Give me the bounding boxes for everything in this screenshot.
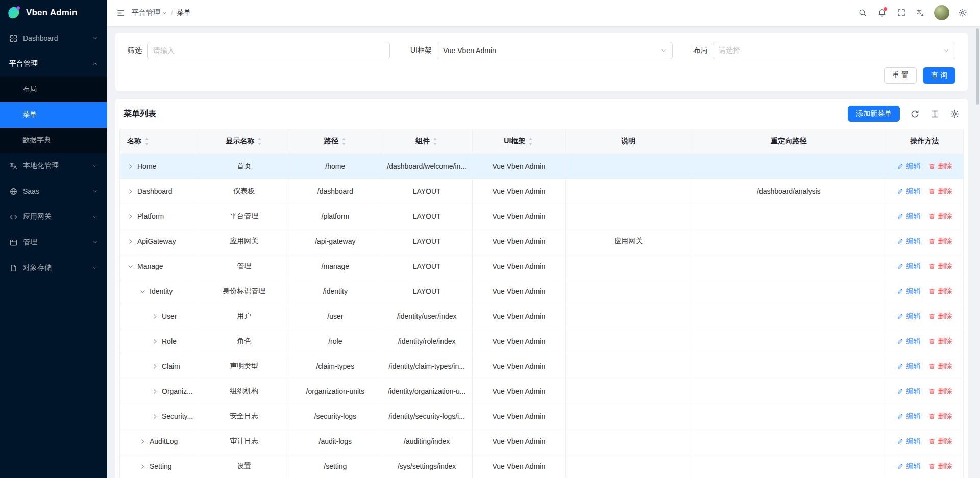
cell-description [565,304,692,329]
row-expander-icon[interactable] [127,238,134,245]
cell-component: LAYOUT [381,204,473,229]
app-logo[interactable]: Vben Admin [0,0,107,26]
delete-button[interactable]: 删除 [928,312,952,321]
notification-bell-icon[interactable] [873,4,891,22]
menu-table: 名称显示名称路径组件UI框架说明重定向路径操作方法 Home首页/home/da… [119,129,964,478]
column-header-ui-framework[interactable]: UI框架 [472,129,565,154]
cell-value: Vue Vben Admin [492,212,545,220]
cell-value: Vue Vben Admin [492,412,545,420]
sort-icon[interactable] [432,137,438,146]
cell-value: /platform [322,212,349,220]
row-expander-icon[interactable] [139,463,146,470]
breadcrumb-parent[interactable]: 平台管理 [132,8,167,17]
delete-button[interactable]: 删除 [928,412,952,421]
sidebar-item-localization[interactable]: 本地化管理 [0,153,107,179]
reset-button[interactable]: 重 置 [884,67,917,84]
cell-value: Vue Vben Admin [492,312,545,320]
add-menu-button[interactable]: 添加新菜单 [848,106,900,122]
sort-icon[interactable] [341,137,347,146]
sidebar-item-manage[interactable]: 管理 [0,230,107,255]
fullscreen-icon[interactable] [892,4,911,22]
filter-panel: 筛选 UI框架 Vue Vben Admin 布局 [115,33,968,91]
delete-button[interactable]: 删除 [928,212,952,221]
column-header-component[interactable]: 组件 [381,129,473,154]
delete-button[interactable]: 删除 [928,462,952,471]
refresh-icon[interactable] [910,109,920,119]
row-height-icon[interactable] [930,109,940,119]
delete-button[interactable]: 删除 [928,437,952,446]
cell-description [565,179,692,204]
edit-button[interactable]: 编辑 [897,312,920,321]
sidebar-collapse-icon[interactable] [112,5,129,21]
sidebar-item-app-gateway[interactable]: 应用网关 [0,204,107,230]
table-toolbar-actions: 添加新菜单 [848,106,960,122]
sidebar-subitem-layout[interactable]: 布局 [0,77,107,102]
edit-button[interactable]: 编辑 [897,362,920,371]
cell-ui-framework: Vue Vben Admin [472,279,565,304]
row-expander-icon[interactable] [127,213,134,220]
ui-framework-select[interactable]: Vue Vben Admin [437,42,673,59]
row-expander-icon[interactable] [139,288,146,295]
table-row: Platform平台管理/platformLAYOUTVue Vben Admi… [120,204,964,229]
sidebar-item-saas[interactable]: Saas [0,179,107,204]
edit-button[interactable]: 编辑 [897,462,920,471]
row-expander-icon[interactable] [139,438,146,445]
query-button[interactable]: 查 询 [923,67,955,84]
delete-button[interactable]: 删除 [928,162,952,171]
edit-button[interactable]: 编辑 [897,212,920,221]
column-header-name[interactable]: 名称 [120,129,199,154]
sidebar-item-object-storage[interactable]: 对象存储 [0,255,107,281]
column-header-path[interactable]: 路径 [289,129,381,154]
delete-button[interactable]: 删除 [928,362,952,371]
search-icon[interactable] [853,4,872,22]
row-expander-icon[interactable] [152,338,158,345]
row-expander-icon[interactable] [152,363,158,370]
edit-button[interactable]: 编辑 [897,412,920,421]
cell-redirect [692,404,886,429]
edit-button[interactable]: 编辑 [897,162,920,171]
row-expander-icon[interactable] [152,413,158,420]
language-icon[interactable]: 文A [912,4,930,22]
delete-button[interactable]: 删除 [928,187,952,196]
sidebar-subitem-menu[interactable]: 菜单 [0,102,107,128]
layout-select[interactable]: 请选择 [713,42,955,59]
delete-button[interactable]: 删除 [928,387,952,396]
column-header-display-name[interactable]: 显示名称 [199,129,289,154]
sidebar-subitem-data-dictionary[interactable]: 数据字典 [0,128,107,153]
scrollbar-thumb[interactable] [976,28,979,105]
page-scrollbar[interactable] [974,0,980,478]
delete-button[interactable]: 删除 [928,337,952,346]
cell-description: 应用网关 [565,229,692,254]
edit-button[interactable]: 编辑 [897,387,920,396]
cell-value: 角色 [237,337,251,345]
cell-description [565,404,692,429]
settings-gear-icon[interactable] [953,4,972,22]
edit-button[interactable]: 编辑 [897,187,920,196]
cell-component: LAYOUT [381,254,473,279]
edit-button[interactable]: 编辑 [897,262,920,271]
row-expander-icon[interactable] [127,263,134,270]
cell-component: /identity/role/index [381,329,473,354]
chevron-down-icon [92,265,98,271]
sidebar-item-dashboard[interactable]: Dashboard [0,26,107,51]
delete-button[interactable]: 删除 [928,262,952,271]
edit-button[interactable]: 编辑 [897,237,920,246]
row-expander-icon[interactable] [127,163,134,170]
sort-icon[interactable] [528,137,533,146]
delete-button[interactable]: 删除 [928,237,952,246]
edit-button[interactable]: 编辑 [897,437,920,446]
sort-icon[interactable] [144,137,150,146]
sidebar-item-platform-management[interactable]: 平台管理 [0,51,107,77]
row-expander-icon[interactable] [152,388,158,395]
edit-button[interactable]: 编辑 [897,287,920,296]
sidebar-item-label: 本地化管理 [23,161,87,170]
sort-icon[interactable] [257,137,262,146]
row-expander-icon[interactable] [127,188,134,195]
filter-keyword-input[interactable] [147,42,390,59]
column-settings-icon[interactable] [950,109,960,119]
edit-button[interactable]: 编辑 [897,337,920,346]
row-name: Identity [150,287,173,295]
user-avatar[interactable] [934,5,949,20]
row-expander-icon[interactable] [152,313,158,320]
delete-button[interactable]: 删除 [928,287,952,296]
